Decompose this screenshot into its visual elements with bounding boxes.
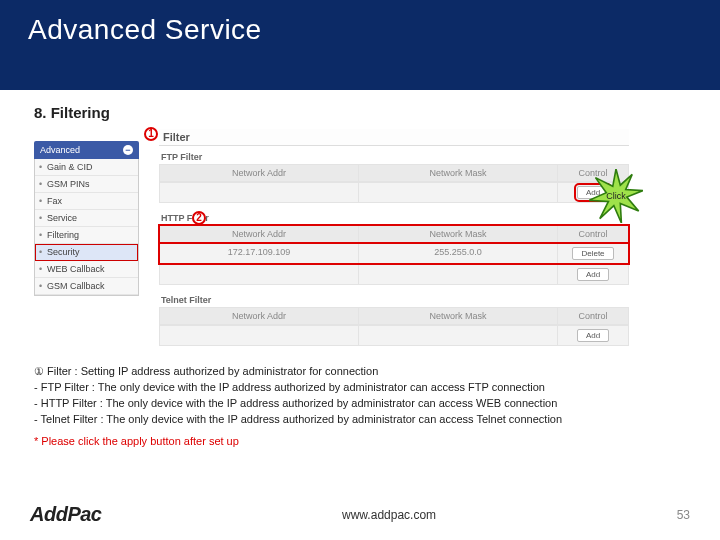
telnet-addr-input[interactable] xyxy=(160,326,359,345)
col-network-mask: Network Mask xyxy=(359,226,558,242)
http-addr-input[interactable] xyxy=(160,265,359,284)
section-heading: 8. Filtering xyxy=(34,104,686,121)
http-add-button[interactable]: Add xyxy=(577,268,609,281)
page-title: Advanced Service xyxy=(28,14,692,46)
http-filter-title: HTTP Filter xyxy=(159,213,629,223)
callout-marker-2: 2 xyxy=(192,211,206,225)
sidebar-item-web-callback[interactable]: WEB Callback xyxy=(35,261,138,278)
table-header: Network Addr Network Mask Control xyxy=(159,225,629,243)
filter-panel: Filter FTP Filter Network Addr Network M… xyxy=(159,129,629,346)
telnet-mask-input[interactable] xyxy=(359,326,558,345)
note-line: ① Filter : Setting IP address authorized… xyxy=(34,364,686,380)
note-warning: * Please click the apply button after se… xyxy=(34,434,686,450)
sidebar-item-gsm-pins[interactable]: GSM PINs xyxy=(35,176,138,193)
sidebar-item-filtering[interactable]: Filtering xyxy=(35,227,138,244)
footer: AddPac www.addpac.com 53 xyxy=(0,503,720,526)
http-control-cell: Add xyxy=(558,265,628,284)
collapse-icon[interactable]: − xyxy=(123,145,133,155)
telnet-filter-block: Telnet Filter Network Addr Network Mask … xyxy=(159,295,629,346)
telnet-filter-title: Telnet Filter xyxy=(159,295,629,305)
click-callout: Click xyxy=(589,169,643,223)
col-network-addr: Network Addr xyxy=(160,226,359,242)
title-bar: Advanced Service xyxy=(0,0,720,90)
ftp-mask-input[interactable] xyxy=(359,183,558,202)
note-line: - FTP Filter : The only device with the … xyxy=(34,380,686,396)
http-mask-input[interactable] xyxy=(359,265,558,284)
ftp-addr-input[interactable] xyxy=(160,183,359,202)
http-filter-block: HTTP Filter Network Addr Network Mask Co… xyxy=(159,213,629,285)
table-header: Network Addr Network Mask Control xyxy=(159,164,629,182)
screenshot-area: 1 2 Advanced − Gain & CID GSM PINs Fax S… xyxy=(34,129,686,346)
http-mask-value[interactable]: 255.255.0.0 xyxy=(359,244,558,263)
table-row: Add xyxy=(159,264,629,285)
panel-title: Filter xyxy=(159,129,629,146)
sidebar-heading[interactable]: Advanced − xyxy=(34,141,139,159)
notes: ① Filter : Setting IP address authorized… xyxy=(34,364,686,450)
table-row: 172.17.109.109 255.255.0.0 Delete xyxy=(159,243,629,264)
table-row: Add xyxy=(159,325,629,346)
sidebar-item-fax[interactable]: Fax xyxy=(35,193,138,210)
http-addr-value[interactable]: 172.17.109.109 xyxy=(160,244,359,263)
note-line: - HTTP Filter : The only device with the… xyxy=(34,396,686,412)
sidebar-item-security[interactable]: Security xyxy=(35,244,138,261)
http-delete-button[interactable]: Delete xyxy=(572,247,613,260)
sidebar-item-gain-cid[interactable]: Gain & CID xyxy=(35,159,138,176)
col-network-mask: Network Mask xyxy=(359,308,558,324)
telnet-add-button[interactable]: Add xyxy=(577,329,609,342)
table-header: Network Addr Network Mask Control xyxy=(159,307,629,325)
http-control-cell: Delete xyxy=(558,244,628,263)
table-row: Add xyxy=(159,182,629,203)
page-number: 53 xyxy=(677,508,690,522)
telnet-control-cell: Add xyxy=(558,326,628,345)
sidebar: Advanced − Gain & CID GSM PINs Fax Servi… xyxy=(34,141,139,296)
click-label: Click xyxy=(589,169,643,223)
logo: AddPac xyxy=(30,503,101,526)
col-control: Control xyxy=(558,308,628,324)
col-network-addr: Network Addr xyxy=(160,165,359,181)
sidebar-item-gsm-callback[interactable]: GSM Callback xyxy=(35,278,138,295)
callout-marker-1: 1 xyxy=(144,127,158,141)
col-control: Control xyxy=(558,226,628,242)
col-network-addr: Network Addr xyxy=(160,308,359,324)
col-network-mask: Network Mask xyxy=(359,165,558,181)
sidebar-heading-label: Advanced xyxy=(40,145,80,155)
ftp-filter-block: FTP Filter Network Addr Network Mask Con… xyxy=(159,152,629,203)
note-line: - Telnet Filter : The only device with t… xyxy=(34,412,686,428)
footer-url: www.addpac.com xyxy=(342,508,436,522)
ftp-filter-title: FTP Filter xyxy=(159,152,629,162)
sidebar-item-service[interactable]: Service xyxy=(35,210,138,227)
